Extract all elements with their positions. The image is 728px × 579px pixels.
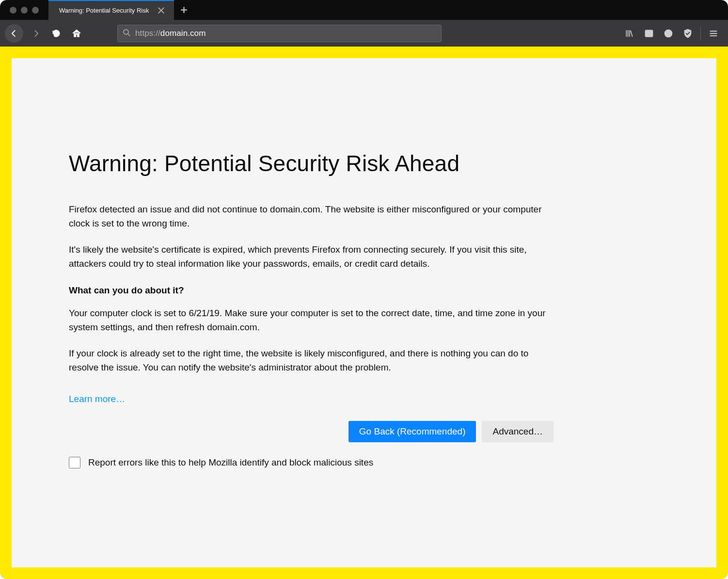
page-heading: Warning: Potential Security Risk Ahead — [69, 150, 554, 177]
error-paragraph-2: It's likely the website's certificate is… — [69, 243, 554, 271]
svg-rect-6 — [710, 35, 717, 36]
url-scheme: https:// — [135, 29, 160, 38]
reload-button[interactable] — [47, 24, 66, 43]
nav-toolbar: https://domain.com — [0, 20, 728, 47]
tab-strip: Warning: Potential Security Risk — [0, 0, 728, 20]
content-viewport: Warning: Potential Security Risk Ahead F… — [0, 47, 728, 579]
what-can-you-do-heading: What can you do about it? — [69, 285, 554, 296]
report-label[interactable]: Report errors like this to help Mozilla … — [88, 457, 373, 468]
search-icon — [123, 29, 130, 38]
app-menu-button[interactable] — [704, 24, 723, 43]
account-button[interactable] — [659, 24, 678, 43]
window-minimize-dot[interactable] — [21, 7, 28, 14]
advice-paragraph-2: If your clock is already set to the righ… — [69, 347, 554, 374]
new-tab-button[interactable] — [174, 0, 194, 20]
address-bar[interactable]: https://domain.com — [117, 25, 442, 42]
learn-more-link[interactable]: Learn more… — [69, 394, 125, 404]
forward-button[interactable] — [26, 24, 46, 43]
svg-rect-1 — [646, 30, 653, 36]
go-back-button[interactable]: Go Back (Recommended) — [348, 421, 476, 442]
sidebar-button[interactable] — [639, 24, 659, 43]
window-close-dot[interactable] — [10, 7, 16, 14]
window-zoom-dot[interactable] — [32, 7, 39, 14]
close-tab-button[interactable] — [154, 3, 168, 18]
report-checkbox[interactable] — [69, 457, 80, 468]
url-host: domain.com — [160, 29, 206, 38]
toolbar-right — [620, 24, 723, 43]
advice-paragraph-1: Your computer clock is set to 6/21/19. M… — [69, 306, 554, 334]
svg-rect-5 — [710, 33, 717, 34]
protection-shield-icon[interactable] — [678, 24, 697, 43]
back-button[interactable] — [5, 24, 23, 43]
error-paragraph-1: Firefox detected an issue and did not co… — [69, 203, 554, 230]
url-text: https://domain.com — [135, 29, 206, 38]
window-controls — [0, 7, 48, 14]
home-button[interactable] — [67, 24, 86, 43]
toolbar-separator — [700, 27, 701, 40]
advanced-button[interactable]: Advanced… — [482, 421, 554, 442]
tab-title: Warning: Potential Security Risk — [59, 7, 149, 14]
library-button[interactable] — [620, 24, 639, 43]
browser-tab[interactable]: Warning: Potential Security Risk — [48, 0, 174, 20]
svg-point-3 — [667, 31, 670, 33]
svg-rect-4 — [710, 31, 717, 32]
report-row: Report errors like this to help Mozilla … — [69, 457, 554, 468]
browser-window: Warning: Potential Security Risk — [0, 0, 728, 579]
button-row: Go Back (Recommended) Advanced… — [69, 421, 554, 442]
certificate-error-page: Warning: Potential Security Risk Ahead F… — [12, 58, 716, 567]
